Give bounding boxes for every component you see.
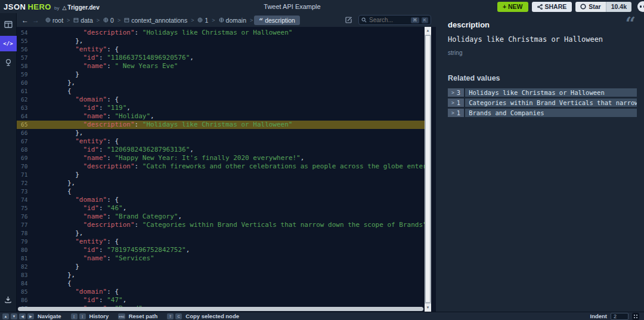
related-value-label: Brands and Companies [465,109,637,117]
code-line-60[interactable]: 60 }, [17,79,425,87]
vertical-scrollbar[interactable]: ▲ ▼ [425,27,431,312]
code-line-54[interactable]: 54 "description": "Holidays like Christm… [17,29,425,37]
shortcut-hint-reset-path: escReset path [118,313,157,319]
line-number: 73 [17,187,36,196]
logo-json: JSON [4,2,26,11]
code-line-77[interactable]: 77 "description": "Categories within Bra… [17,221,425,229]
breadcrumb-item-1[interactable]: 1 [195,16,210,25]
related-count: >3 [448,88,464,97]
code-line-68[interactable]: 68 "id": "1206982436287963136", [17,146,425,154]
code-line-56[interactable]: 56 "entity": { [17,45,425,54]
breadcrumb-item-data[interactable]: data [71,16,95,25]
back-arrow-button[interactable]: ← [21,16,29,24]
forward-arrow-button[interactable]: → [32,16,39,24]
vertical-scrollbar-thumb[interactable] [425,35,431,303]
json-code-editor[interactable]: 54 "description": "Holidays like Christm… [17,27,425,312]
view-sidebar: </> [0,13,17,312]
code-line-75[interactable]: 75 "id": "46", [17,204,425,213]
code-line-57[interactable]: 57 "id": "1186637514896920576", [17,54,425,62]
code-line-61[interactable]: 61 { [17,87,425,96]
share-icon [537,4,543,10]
logo-brand[interactable]: Trigger.dev [67,4,99,11]
breadcrumb-item-root[interactable]: root [43,16,66,25]
shortcut-label: Copy selected node [185,313,239,319]
code-line-79[interactable]: 79 "entity": { [17,238,425,246]
code-text: "description": "Catch fireworks and othe… [36,162,425,171]
value-type-label: string [448,50,637,56]
code-line-64[interactable]: 64 "name": "Holiday", [17,112,425,121]
code-line-59[interactable]: 59 } [17,70,425,79]
code-line-70[interactable]: 70 "description": "Catch fireworks and o… [17,162,425,171]
scroll-up-arrow[interactable]: ▲ [425,27,431,35]
breadcrumb-item-description[interactable]: “description [254,16,300,25]
line-number: 69 [17,154,36,162]
code-line-80[interactable]: 80 "id": "781974596752842752", [17,246,425,254]
related-value-row[interactable]: >1Categories within Brand Verticals that… [448,99,637,107]
code-line-73[interactable]: 73 { [17,187,425,196]
code-line-78[interactable]: 78 }, [17,229,425,238]
code-line-74[interactable]: 74 "domain": { [17,196,425,204]
related-value-row[interactable]: >1Brands and Companies [448,109,637,117]
code-text: }, [36,79,75,87]
breadcrumb-item-context_annotations[interactable]: context_annotations [122,16,190,25]
breadcrumb-item-domain[interactable]: domain [216,16,249,25]
code-line-69[interactable]: 69 "name": "Happy New Year: It's finally… [17,154,425,162]
download-button[interactable] [0,291,17,307]
code-text: }, [36,229,83,238]
code-line-85[interactable]: 85 "domain": { [17,288,425,296]
code-text: } [36,263,79,271]
search-input[interactable] [369,17,408,23]
related-value-row[interactable]: >3Holidays like Christmas or Halloween [448,88,637,97]
star-count[interactable]: 10.4k [606,2,631,12]
related-values-heading: Related values [448,74,637,82]
breadcrumb-label: data [80,17,92,24]
code-line-76[interactable]: 76 "name": "Brand Category", [17,213,425,221]
edit-json-button[interactable] [345,16,352,24]
scroll-down-arrow[interactable]: ▼ [425,304,431,312]
column-view-button[interactable] [0,17,17,32]
key-badge: ▶ [27,313,34,319]
code-line-72[interactable]: 72 }, [17,179,425,187]
key-badge: ▼ [11,313,17,319]
selected-value: Holidays like Christmas or Halloween [448,35,637,44]
star-segment[interactable]: Star [575,2,605,12]
discord-icon[interactable] [637,1,644,12]
search-icon [361,17,367,23]
code-line-63[interactable]: 63 "id": "119", [17,104,425,112]
code-line-66[interactable]: 66 }, [17,129,425,137]
chevron-right-icon: > [97,17,100,23]
indent-input[interactable] [611,313,628,320]
related-count: >1 [448,109,464,117]
related-count-value: 1 [457,109,460,116]
breadcrumb-item-0[interactable]: 0 [101,16,116,25]
app-logo[interactable]: JSON HERO by △ Trigger.dev [4,2,100,11]
code-line-65[interactable]: 65 "description": "Holidays like Christm… [17,121,425,129]
code-text: { [36,87,72,96]
share-button[interactable]: SHARE [532,2,572,12]
tree-view-button[interactable] [0,55,17,70]
code-line-82[interactable]: 82 } [17,263,425,271]
github-star-button[interactable]: Star 10.4k [575,2,631,12]
code-view-button[interactable]: </> [0,36,17,51]
code-text: "description": "Holidays like Christmas … [36,29,293,37]
code-line-84[interactable]: 84 { [17,279,425,288]
code-line-83[interactable]: 83 }, [17,271,425,279]
new-button[interactable]: + NEW [497,2,528,12]
chevron-right-icon: > [191,17,194,23]
code-line-86[interactable]: 86 "id": "47", [17,296,425,304]
horizontal-scrollbar[interactable] [18,307,423,311]
code-line-55[interactable]: 55 }, [17,37,425,45]
code-text: "name": "Services" [36,254,154,263]
code-text: "name": "Happy New Year: It's finally 20… [36,154,304,162]
code-line-58[interactable]: 58 "name": " New Years Eve" [17,62,425,70]
breadcrumb-label: description [265,17,295,24]
key-badge: C [175,313,182,319]
code-text: "entity": { [36,137,119,146]
search-box[interactable]: ⌘ K [358,15,431,25]
code-line-62[interactable]: 62 "domain": { [17,96,425,104]
code-line-71[interactable]: 71 } [17,171,425,179]
grid-dots-icon[interactable] [632,313,639,320]
breadcrumb-label: domain [226,17,246,24]
code-line-67[interactable]: 67 "entity": { [17,137,425,146]
code-line-81[interactable]: 81 "name": "Services" [17,254,425,263]
